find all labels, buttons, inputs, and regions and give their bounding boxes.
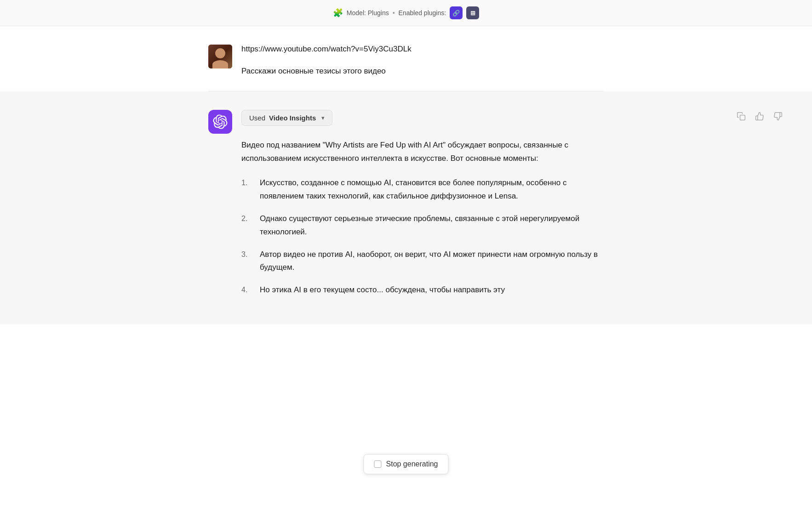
list-num-3: 3. — [241, 248, 252, 261]
puzzle-icon: 🧩 — [333, 8, 343, 18]
ai-message-content: Used Video Insights ▾ Видео под название… — [241, 110, 604, 306]
thumbup-button[interactable] — [753, 110, 766, 123]
svg-rect-0 — [740, 115, 745, 120]
user-text: Расскажи основные тезисы этого видео — [241, 65, 604, 77]
model-label: Model: Plugins — [347, 9, 389, 17]
user-message-content: https://www.youtube.com/watch?v=5Viy3Cu3… — [241, 45, 604, 77]
ai-avatar — [208, 110, 232, 134]
list-text-1: Искусство, созданное с помощью AI, стано… — [260, 176, 604, 203]
list-item: 1. Искусство, созданное с помощью AI, ст… — [241, 176, 604, 203]
list-text-2: Однако существуют серьезные этические пр… — [260, 212, 604, 239]
plugin-link-icon[interactable]: 🔗 — [450, 6, 463, 19]
copy-button[interactable] — [735, 110, 748, 123]
list-item: 2. Однако существуют серьезные этические… — [241, 212, 604, 239]
plugin-used-prefix: Used — [249, 114, 265, 122]
list-num-2: 2. — [241, 212, 252, 225]
list-num-4: 4. — [241, 284, 252, 296]
thumbdown-button[interactable] — [772, 110, 784, 123]
user-url: https://www.youtube.com/watch?v=5Viy3Cu3… — [241, 45, 604, 54]
stop-generating-container: Stop generating — [364, 454, 449, 474]
stop-generating-label: Stop generating — [386, 460, 438, 468]
list-text-3: Автор видео не против AI, наоборот, он в… — [260, 248, 604, 275]
list-num-1: 1. — [241, 176, 252, 189]
avatar — [208, 45, 232, 68]
enabled-plugins-label: Enabled plugins: — [399, 9, 446, 17]
list-item: 4. Но этика AI в его текущем состо... об… — [241, 284, 604, 297]
stop-generating-button[interactable]: Stop generating — [364, 454, 449, 474]
list-item: 3. Автор видео не против AI, наоборот, о… — [241, 248, 604, 275]
used-plugin-button[interactable]: Used Video Insights ▾ — [241, 110, 332, 126]
dot-separator: • — [393, 9, 395, 17]
ai-intro-text: Видео под названием "Why Artists are Fed… — [241, 139, 604, 165]
stop-checkbox — [374, 460, 382, 468]
ai-response-section: Used Video Insights ▾ Видео под название… — [0, 91, 812, 324]
plugin-used-name: Video Insights — [269, 114, 316, 122]
user-message-section: https://www.youtube.com/watch?v=5Viy3Cu3… — [208, 26, 604, 91]
chevron-down-icon: ▾ — [321, 114, 325, 121]
ai-response-list: 1. Искусство, созданное с помощью AI, ст… — [241, 176, 604, 297]
list-text-4: Но этика AI в его текущем состо... обсуж… — [260, 284, 505, 297]
plugin-grid-icon[interactable]: ⊞ — [466, 6, 479, 19]
top-bar: 🧩 Model: Plugins • Enabled plugins: 🔗 ⊞ — [0, 0, 812, 26]
action-buttons — [735, 110, 784, 123]
